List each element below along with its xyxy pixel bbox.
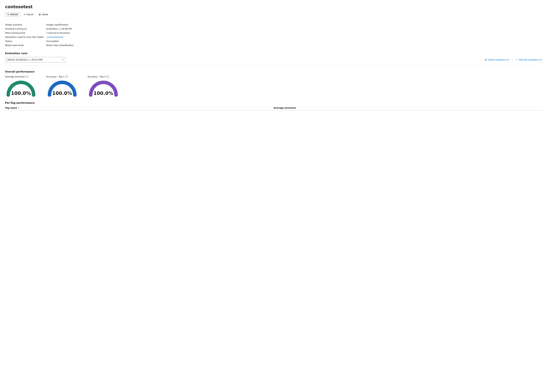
gauge-label: Average precision i bbox=[5, 75, 28, 78]
info-label: Status bbox=[5, 39, 46, 43]
eval-actions: 🗑 Delete evaluation run | + Add new eval… bbox=[68, 58, 542, 61]
details-grid: Target scenarioImage classificationFinis… bbox=[5, 23, 542, 47]
info-icon[interactable]: i bbox=[26, 75, 28, 78]
info-value-link[interactable]: contosodataset bbox=[46, 35, 542, 39]
gauge-value: 100.0% bbox=[5, 90, 37, 96]
add-eval-label: Add new evaluation run bbox=[519, 59, 542, 61]
eval-run-dropdown[interactable]: default (6/16/2022, 1:34:25 PM) ▾ bbox=[5, 57, 65, 62]
overall-perf-title: Overall performance bbox=[5, 70, 542, 73]
refresh-button[interactable]: ↻ Refresh bbox=[5, 12, 21, 17]
gauge-wrapper: 100.0% bbox=[5, 79, 37, 97]
info-value: Multi-Class Classification bbox=[46, 43, 542, 47]
gauge-label: Accuracy - Top 5 i bbox=[88, 75, 109, 78]
gauge-label-text: Accuracy - Top 5 bbox=[88, 75, 106, 78]
info-value: Succeeded bbox=[46, 39, 542, 43]
gauge-value: 100.0% bbox=[46, 90, 78, 96]
chevron-down-icon: ▾ bbox=[62, 59, 63, 61]
gauge-wrapper: 100.0% bbox=[88, 79, 119, 97]
eval-runs-row: default (6/16/2022, 1:34:25 PM) ▾ 🗑 Dele… bbox=[5, 57, 542, 66]
per-tag-performance-section: Per-Tag performance Tag name ↑Average pr… bbox=[5, 101, 542, 111]
gauge-value: 100.0% bbox=[88, 90, 119, 96]
delete-icon: 🗑 bbox=[39, 13, 41, 16]
info-value: 6/16/2022, 1:34:58 PM bbox=[46, 27, 542, 31]
info-label: Target scenario bbox=[5, 23, 46, 27]
separator: | bbox=[512, 58, 513, 61]
table-header-cell[interactable]: Tag name ↑ bbox=[5, 106, 274, 109]
info-icon[interactable]: i bbox=[107, 75, 109, 78]
cancel-button[interactable]: ✕ Cancel bbox=[21, 12, 36, 17]
gauge-container: Average precision i100.0% bbox=[5, 75, 37, 97]
gauge-container: Accuracy - Top 1 i100.0% bbox=[46, 75, 78, 97]
delete-eval-icon: 🗑 bbox=[485, 59, 487, 61]
gauge-label: Accuracy - Top 1 i bbox=[46, 75, 68, 78]
sort-asc-icon: ↑ bbox=[18, 107, 19, 109]
info-label: Dataset(s) used to train the model bbox=[5, 35, 46, 39]
gauge-container: Accuracy - Top 5 i100.0% bbox=[88, 75, 119, 97]
overall-performance-section: Overall performance Average precision i1… bbox=[5, 70, 542, 97]
info-value: Image classification bbox=[46, 23, 542, 27]
add-icon: + bbox=[516, 58, 518, 61]
refresh-label: Refresh bbox=[10, 13, 18, 16]
delete-eval-label: Delete evaluation run bbox=[488, 59, 509, 61]
per-tag-title: Per-Tag performance bbox=[5, 101, 542, 104]
info-value: 1 hour(s) 8 minute(s) bbox=[46, 31, 542, 35]
info-label: Model task kinds bbox=[5, 43, 46, 47]
toolbar: ↻ Refresh ✕ Cancel 🗑 Delete bbox=[5, 12, 542, 19]
column-label: Tag name bbox=[5, 106, 17, 109]
gauge-label-text: Accuracy - Top 1 bbox=[46, 75, 65, 78]
page-title: contosotest bbox=[5, 4, 542, 9]
delete-eval-run-button[interactable]: 🗑 Delete evaluation run bbox=[485, 59, 509, 61]
delete-button[interactable]: 🗑 Delete bbox=[36, 12, 51, 17]
cancel-icon: ✕ bbox=[23, 13, 25, 16]
table-header: Tag name ↑Average precision bbox=[5, 106, 542, 111]
refresh-icon: ↻ bbox=[7, 13, 9, 16]
info-label: Finished training on bbox=[5, 27, 46, 31]
table-header-cell: Average precision bbox=[274, 106, 542, 109]
gauge-row: Average precision i100.0%Accuracy - Top … bbox=[5, 75, 542, 97]
gauge-wrapper: 100.0% bbox=[46, 79, 78, 97]
info-label: Total training time bbox=[5, 31, 46, 35]
delete-label: Delete bbox=[42, 13, 48, 16]
add-eval-run-button[interactable]: + Add new evaluation run bbox=[516, 58, 542, 61]
eval-runs-section-title: Evaluation runs bbox=[5, 52, 542, 55]
column-label: Average precision bbox=[274, 106, 296, 109]
gauge-label-text: Average precision bbox=[5, 75, 25, 78]
info-icon[interactable]: i bbox=[65, 75, 68, 78]
eval-run-dropdown-value: default (6/16/2022, 1:34:25 PM) bbox=[7, 59, 43, 61]
cancel-label: Cancel bbox=[26, 13, 33, 16]
